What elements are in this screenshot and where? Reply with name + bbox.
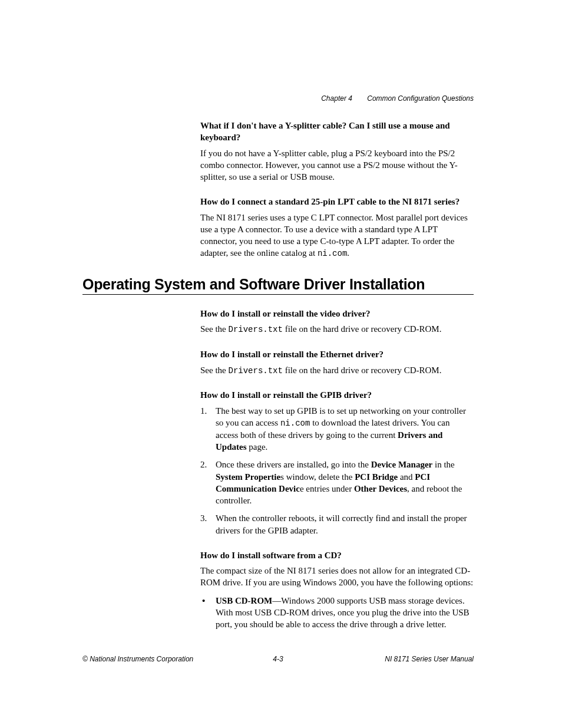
code-drivers-txt: Drivers.txt <box>228 366 282 375</box>
gpib-step-2: Once these drivers are installed, go int… <box>200 459 474 506</box>
answer-y-splitter: If you do not have a Y-splitter cable, p… <box>200 147 474 183</box>
question-video-driver: How do I install or reinstall the video … <box>200 308 474 319</box>
running-header: Chapter 4 Common Configuration Questions <box>321 94 474 103</box>
question-install-cd: How do I install software from a CD? <box>200 549 474 561</box>
question-ethernet-driver: How do I install or reinstall the Ethern… <box>200 348 474 360</box>
page-footer: © National Instruments Corporation 4-3 N… <box>82 655 474 663</box>
page-body: What if I don't have a Y-splitter cable?… <box>0 0 562 630</box>
question-gpib-driver: How do I install or reinstall the GPIB d… <box>200 389 474 401</box>
answer-video-driver: See the Drivers.txt file on the hard dri… <box>200 323 474 335</box>
question-lpt-cable: How do I connect a standard 25-pin LPT c… <box>200 196 474 207</box>
code-drivers-txt: Drivers.txt <box>228 325 282 334</box>
cd-options-list: USB CD-ROM—Windows 2000 supports USB mas… <box>200 595 474 631</box>
gpib-steps-list: The best way to set up GPIB is to set up… <box>200 405 474 536</box>
content-column: What if I don't have a Y-splitter cable?… <box>200 120 474 630</box>
footer-page-number: 4-3 <box>82 655 474 663</box>
gpib-step-1: The best way to set up GPIB is to set up… <box>200 405 474 453</box>
answer-install-cd: The compact size of the NI 8171 series d… <box>200 565 474 589</box>
chapter-label: Chapter 4 <box>321 94 352 103</box>
gpib-step-3: When the controller reboots, it will cor… <box>200 512 474 536</box>
answer-ethernet-driver: See the Drivers.txt file on the hard dri… <box>200 364 474 377</box>
section-heading-os-driver: Operating System and Software Driver Ins… <box>82 276 474 295</box>
question-y-splitter: What if I don't have a Y-splitter cable?… <box>200 120 474 144</box>
code-ni-com: ni.com <box>318 249 347 258</box>
chapter-title: Common Configuration Questions <box>367 94 474 103</box>
answer-lpt-cable: The NI 8171 series uses a type C LPT con… <box>200 212 474 260</box>
cd-option-usb: USB CD-ROM—Windows 2000 supports USB mas… <box>200 595 474 631</box>
